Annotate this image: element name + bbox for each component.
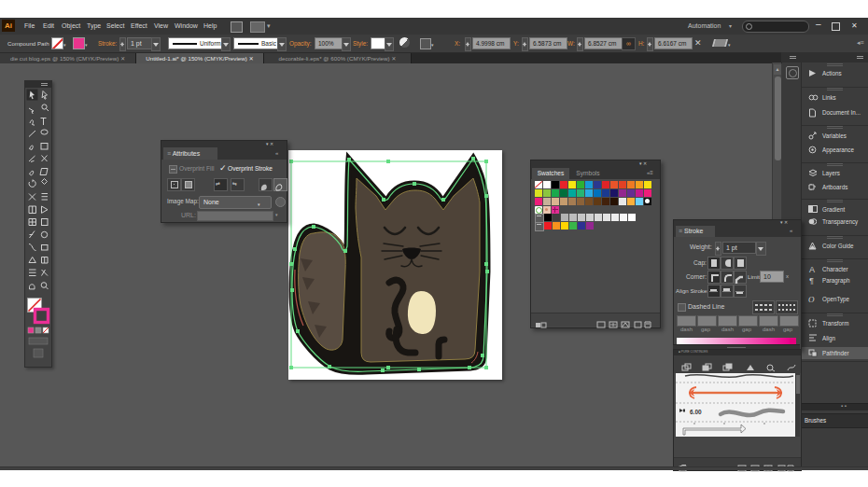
svg-text:A: A (809, 265, 815, 273)
svg-text:O: O (808, 295, 815, 303)
svg-text:6.00: 6.00 (690, 409, 702, 415)
svg-text:¶: ¶ (809, 276, 814, 285)
